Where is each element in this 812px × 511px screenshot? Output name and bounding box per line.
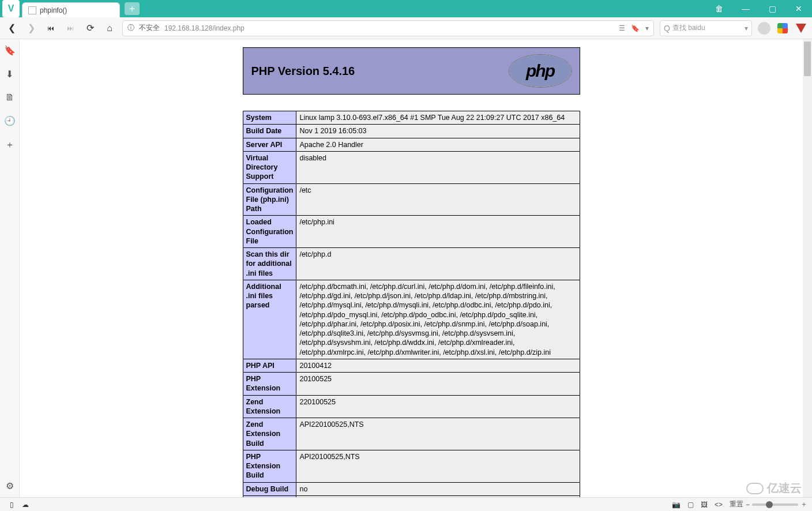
- nav-back-button[interactable]: ❮: [5, 21, 18, 35]
- side-panel: 🔖 ⬇ 🗎 🕘 ＋ ⚙: [0, 39, 20, 497]
- phpinfo-row: Zend Extension220100525: [243, 395, 580, 418]
- panel-add-icon[interactable]: ＋: [5, 139, 14, 151]
- phpinfo-value: Nov 1 2019 16:05:03: [296, 125, 580, 138]
- url-text: 192.168.18.128/index.php: [164, 24, 245, 32]
- phpinfo-row: Debug Buildno: [243, 482, 580, 495]
- toolbar: ❮ ❯ ⏮ ⏭ ⟳ ⌂ ⓘ 不安全 192.168.18.128/index.p…: [0, 17, 812, 39]
- search-box[interactable]: Q 查找 baidu ▾: [660, 20, 752, 36]
- address-dropdown-icon[interactable]: ▾: [645, 24, 649, 32]
- tab-title: phpinfo(): [40, 6, 67, 14]
- phpinfo-value: API20100525,NTS: [296, 450, 580, 482]
- phpinfo-key: Zend Extension: [243, 395, 296, 418]
- phpinfo-row: SystemLinux lamp 3.10.0-693.el7.x86_64 #…: [243, 111, 580, 125]
- zoom-slider[interactable]: [752, 504, 798, 506]
- nav-forward-button[interactable]: ❯: [24, 21, 38, 35]
- phpinfo-value: 20100412: [296, 359, 580, 372]
- browser-tab-active[interactable]: phpinfo(): [22, 2, 120, 17]
- window-close-button[interactable]: ✕: [785, 0, 812, 17]
- phpinfo-value: Linux lamp 3.10.0-693.el7.x86_64 #1 SMP …: [296, 111, 580, 125]
- scrollbar-thumb[interactable]: [804, 42, 811, 76]
- status-capture-icon[interactable]: 📷: [672, 501, 681, 509]
- vertical-scrollbar[interactable]: [803, 39, 812, 497]
- search-engine-icon[interactable]: Q: [664, 24, 670, 33]
- extension-ublock-icon[interactable]: [795, 22, 807, 35]
- phpinfo-value: /etc: [296, 183, 580, 216]
- phpinfo-row: Additional .ini files parsed/etc/php.d/b…: [243, 280, 580, 359]
- phpinfo-row: PHP Extension BuildAPI20100525,NTS: [243, 450, 580, 482]
- php-logo-icon: php: [509, 55, 572, 87]
- phpinfo-value: no: [296, 482, 580, 495]
- phpinfo-value: 20100525: [296, 373, 580, 396]
- phpinfo-key: Debug Build: [243, 482, 296, 495]
- reload-button[interactable]: ⟳: [83, 21, 97, 35]
- phpinfo-table: SystemLinux lamp 3.10.0-693.el7.x86_64 #…: [243, 111, 580, 497]
- phpinfo-row: Scan this dir for additional .ini files/…: [243, 248, 580, 280]
- phpinfo-key: Additional .ini files parsed: [243, 280, 296, 359]
- phpinfo-value: /etc/php.ini: [296, 216, 580, 248]
- phpinfo-row: Build DateNov 1 2019 16:05:03: [243, 125, 580, 138]
- status-panel-toggle-icon[interactable]: ▯: [5, 498, 18, 512]
- phpinfo-row: Server APIApache 2.0 Handler: [243, 138, 580, 151]
- site-info-icon[interactable]: ⓘ: [127, 23, 134, 33]
- phpinfo-key: PHP Extension: [243, 373, 296, 396]
- phpinfo-value: API220100525,NTS: [296, 418, 580, 450]
- phpinfo-row: Zend Extension BuildAPI220100525,NTS: [243, 418, 580, 450]
- panel-notes-icon[interactable]: 🗎: [5, 92, 14, 103]
- phpinfo-key: Loaded Configuration File: [243, 216, 296, 248]
- phpinfo-key: Build Date: [243, 125, 296, 138]
- phpinfo-row: Virtual Directory Supportdisabled: [243, 151, 580, 183]
- extension-google-icon[interactable]: [776, 22, 789, 35]
- phpinfo-value: disabled: [296, 151, 580, 183]
- address-bar[interactable]: ⓘ 不安全 192.168.18.128/index.php ☰ 🔖 ▾: [122, 20, 654, 36]
- vivaldi-logo-icon[interactable]: V: [2, 0, 20, 17]
- phpinfo-value: 220100525: [296, 395, 580, 418]
- zoom-reset-label[interactable]: 重置: [730, 499, 743, 509]
- bookmark-page-icon[interactable]: 🔖: [631, 24, 640, 32]
- profile-avatar[interactable]: [758, 22, 770, 35]
- search-placeholder: 查找 baidu: [672, 23, 705, 33]
- phpinfo-title: PHP Version 5.4.16: [251, 65, 355, 78]
- phpinfo-key: Virtual Directory Support: [243, 151, 296, 183]
- phpinfo-value: Apache 2.0 Handler: [296, 138, 580, 151]
- status-tile-icon[interactable]: ▢: [687, 501, 694, 509]
- phpinfo-key: Configuration File (php.ini) Path: [243, 183, 296, 216]
- panel-downloads-icon[interactable]: ⬇: [6, 69, 13, 80]
- phpinfo-row: PHP Extension20100525: [243, 373, 580, 396]
- panel-bookmarks-icon[interactable]: 🔖: [4, 45, 16, 56]
- trash-tabs-button[interactable]: 🗑: [706, 0, 732, 17]
- home-button[interactable]: ⌂: [103, 21, 116, 35]
- status-pagetools-icon[interactable]: <>: [715, 501, 723, 509]
- status-bar: ▯ ☁ 📷 ▢ 🖼 <> 重置 − ＋: [0, 497, 812, 511]
- phpinfo-key: System: [243, 111, 296, 125]
- phpinfo-row: Loaded Configuration File/etc/php.ini: [243, 216, 580, 248]
- phpinfo-header: PHP Version 5.4.16 php: [243, 47, 580, 95]
- phpinfo-value: /etc/php.d: [296, 248, 580, 280]
- page-viewport: PHP Version 5.4.16 php SystemLinux lamp …: [20, 39, 812, 497]
- window-minimize-button[interactable]: —: [732, 0, 759, 17]
- reader-view-icon[interactable]: ☰: [619, 24, 625, 32]
- phpinfo-key: Scan this dir for additional .ini files: [243, 248, 296, 280]
- insecure-label: 不安全: [139, 23, 160, 33]
- panel-settings-icon[interactable]: ⚙: [6, 480, 14, 491]
- new-tab-button[interactable]: ＋: [125, 2, 140, 15]
- phpinfo-key: PHP Extension Build: [243, 450, 296, 482]
- status-sync-icon[interactable]: ☁: [18, 498, 32, 512]
- tab-strip: V phpinfo() ＋ 🗑 — ▢ ✕: [0, 0, 812, 17]
- page-favicon-icon: [28, 6, 36, 14]
- status-images-icon[interactable]: 🖼: [701, 501, 708, 509]
- phpinfo-key: Server API: [243, 138, 296, 151]
- fast-forward-button[interactable]: ⏭: [63, 21, 77, 35]
- phpinfo-key: PHP API: [243, 359, 296, 372]
- phpinfo-key: Zend Extension Build: [243, 418, 296, 450]
- search-dropdown-icon[interactable]: ▾: [745, 24, 748, 32]
- phpinfo-row: PHP API20100412: [243, 359, 580, 372]
- phpinfo-value: /etc/php.d/bcmath.ini, /etc/php.d/curl.i…: [296, 280, 580, 359]
- zoom-control[interactable]: 重置 − ＋: [730, 499, 807, 509]
- panel-history-icon[interactable]: 🕘: [4, 115, 16, 126]
- phpinfo-row: Configuration File (php.ini) Path/etc: [243, 183, 580, 216]
- rewind-button[interactable]: ⏮: [44, 21, 58, 35]
- window-maximize-button[interactable]: ▢: [759, 0, 785, 17]
